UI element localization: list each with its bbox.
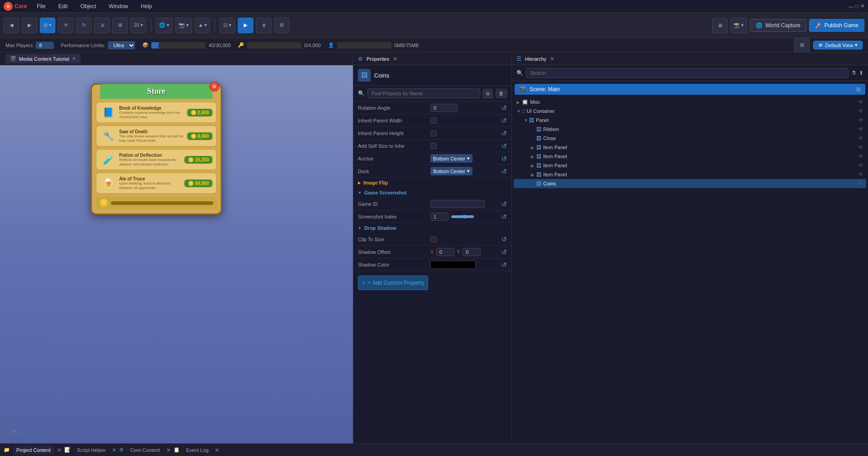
tree-item-panel[interactable]: ▼ 🖼 Panel 👁	[514, 116, 866, 125]
properties-tab-close[interactable]: ✕	[393, 56, 397, 62]
close-eye-icon[interactable]: 👁	[858, 135, 863, 141]
screenshot-tool[interactable]: 📸 ▾	[730, 18, 747, 33]
view-toggle-icon[interactable]: ⊞	[794, 38, 810, 53]
rotate-tool[interactable]: ↻	[76, 18, 92, 33]
store-close-button[interactable]: ✕	[209, 82, 219, 92]
add-self-size-reset[interactable]: ↺	[502, 142, 507, 150]
scene-icon-btn[interactable]: ⊞	[856, 86, 861, 92]
clip-to-size-checkbox[interactable]	[430, 236, 437, 243]
grid-size[interactable]: 20 ▾	[130, 18, 146, 33]
tree-item-uicontainer[interactable]: ▼ □ UI Container 👁	[514, 107, 866, 116]
rotation-angle-input[interactable]	[430, 104, 458, 112]
shadow-offset-reset[interactable]: ↺	[502, 248, 507, 256]
core-content-close[interactable]: ✕	[166, 447, 171, 453]
game-screenshot-section[interactable]: ▼ Game Screenshot	[353, 188, 511, 198]
select-tool[interactable]: ⊞ ▾	[40, 18, 55, 33]
project-content-close[interactable]: ✕	[57, 447, 62, 453]
item-price-1[interactable]: 🪙 8,000	[187, 132, 212, 140]
hierarchy-tab-close[interactable]: ✕	[550, 56, 555, 62]
shadow-offset-x-input[interactable]	[436, 248, 454, 256]
world-tool[interactable]: 🌐 ▾	[156, 18, 173, 33]
screenshot-slider-thumb[interactable]	[463, 215, 466, 218]
coins-eye-icon[interactable]: 👁	[858, 180, 863, 187]
hierarchy-scene-header[interactable]: 🎬 Scene: Main ⊞	[515, 84, 865, 95]
menu-object[interactable]: Object	[77, 2, 99, 10]
panel-eye-icon[interactable]: 👁	[858, 117, 863, 123]
item-price-2[interactable]: 🪙 15,250	[184, 156, 212, 164]
monitor-icon[interactable]: 🖥	[712, 18, 728, 33]
tab-project-content[interactable]: Project Content	[13, 446, 54, 455]
screenshot-index-reset[interactable]: ↺	[502, 213, 507, 220]
pause-button[interactable]: ⏸	[256, 18, 271, 33]
find-property-input[interactable]	[367, 88, 480, 98]
add-custom-property-button[interactable]: + + Add Custom Property	[358, 276, 428, 290]
tab-script-helper[interactable]: Script Helper	[73, 446, 110, 455]
clip-to-size-reset[interactable]: ↺	[502, 236, 507, 243]
terrain-tool[interactable]: ▲ ▾	[195, 18, 210, 33]
hierarchy-tab[interactable]: Hierarchy	[525, 56, 546, 62]
scale-tool[interactable]: ⇲	[94, 18, 110, 33]
back-button[interactable]: ◀	[4, 18, 19, 33]
misc-eye-icon[interactable]: 👁	[858, 99, 863, 105]
itempanel2-eye-icon[interactable]: 👁	[858, 162, 863, 169]
tree-item-close[interactable]: 🖼 Close 👁	[514, 134, 866, 143]
game-id-reset[interactable]: ↺	[502, 200, 507, 208]
copy-properties-button[interactable]: ⧉	[483, 89, 493, 98]
settings-button[interactable]: ⚙	[274, 18, 289, 33]
screen-tool[interactable]: ⊡ ▾	[220, 18, 235, 33]
grid-tool[interactable]: ⊞	[112, 18, 128, 33]
viewport-tab-close[interactable]: ✕	[72, 56, 76, 62]
maximize-icon[interactable]: □	[855, 4, 858, 9]
camera-tool[interactable]: 📷 ▾	[175, 18, 192, 33]
publish-game-button[interactable]: 🚀 Publish Game	[809, 19, 864, 32]
ribbon-eye-icon[interactable]: 👁	[858, 126, 863, 132]
perf-select[interactable]: Ultra	[108, 41, 135, 49]
anchor-reset[interactable]: ↺	[502, 155, 507, 162]
shadow-offset-y-input[interactable]	[463, 248, 481, 256]
max-players-input[interactable]	[36, 42, 54, 49]
uicontainer-eye-icon[interactable]: 👁	[858, 108, 863, 114]
script-helper-close[interactable]: ✕	[112, 447, 116, 453]
forward-button[interactable]: ▶	[22, 18, 37, 33]
item-price-0[interactable]: 🪙 2,500	[187, 109, 212, 116]
game-id-input[interactable]	[430, 200, 485, 208]
itempanel0-eye-icon[interactable]: 👁	[858, 144, 863, 150]
menu-edit[interactable]: Edit	[56, 2, 71, 10]
anchor-select[interactable]: Bottom Center ▾	[430, 154, 473, 163]
tree-item-misc[interactable]: ▶ 🔲 Misc 👁	[514, 97, 866, 107]
hier-add-icon[interactable]: ⬆	[859, 70, 863, 76]
tree-item-itempanel-1[interactable]: ▶ 🖼 Item Panel 👁	[514, 152, 866, 161]
hier-filter-icon[interactable]: ⚗	[851, 70, 856, 76]
world-capture-button[interactable]: 🌐 World Capture	[750, 19, 806, 32]
itempanel3-eye-icon[interactable]: 👁	[858, 171, 863, 178]
tab-event-log[interactable]: Event Log	[183, 446, 212, 455]
menu-help[interactable]: Help	[138, 2, 155, 10]
reset-properties-button[interactable]: 🗑	[496, 89, 507, 98]
drop-shadow-section[interactable]: ▼ Drop Shadow	[353, 223, 511, 233]
inherit-height-checkbox[interactable]	[430, 130, 437, 136]
minimize-icon[interactable]: —	[849, 4, 854, 9]
add-self-size-checkbox[interactable]	[430, 143, 437, 149]
image-flip-section[interactable]: ▶ Image Flip	[353, 178, 511, 188]
screenshot-index-input[interactable]	[430, 213, 448, 221]
inherit-width-checkbox[interactable]	[430, 117, 437, 124]
shadow-color-reset[interactable]: ↺	[502, 261, 507, 268]
hierarchy-search-input[interactable]	[526, 68, 849, 78]
rotation-angle-reset[interactable]: ↺	[502, 104, 507, 112]
dock-select[interactable]: Bottom Center ▾	[430, 167, 473, 175]
tree-item-coins[interactable]: 🖼 Coins 👁	[514, 179, 866, 188]
properties-tab[interactable]: Properties	[366, 56, 389, 62]
shadow-color-swatch[interactable]	[430, 261, 476, 269]
transform-tool[interactable]: ✛	[58, 18, 73, 33]
play-button[interactable]: ▶	[238, 18, 253, 33]
menu-window[interactable]: Window	[106, 2, 131, 10]
tab-core-content[interactable]: Core Content	[126, 446, 163, 455]
default-view-button[interactable]: 👁 Default View ▾	[813, 41, 863, 49]
tree-item-ribbon[interactable]: 🖼 Ribbon 👁	[514, 125, 866, 134]
menu-file[interactable]: File	[34, 2, 48, 10]
event-log-close[interactable]: ✕	[215, 447, 219, 453]
itempanel1-eye-icon[interactable]: 👁	[858, 153, 863, 160]
tree-item-itempanel-0[interactable]: ▶ 🖼 Item Panel 👁	[514, 143, 866, 152]
viewport-tab-media[interactable]: 🎬 Media Content Tutorial ✕	[5, 54, 81, 63]
item-price-3[interactable]: 🪙 50,000	[184, 179, 212, 187]
